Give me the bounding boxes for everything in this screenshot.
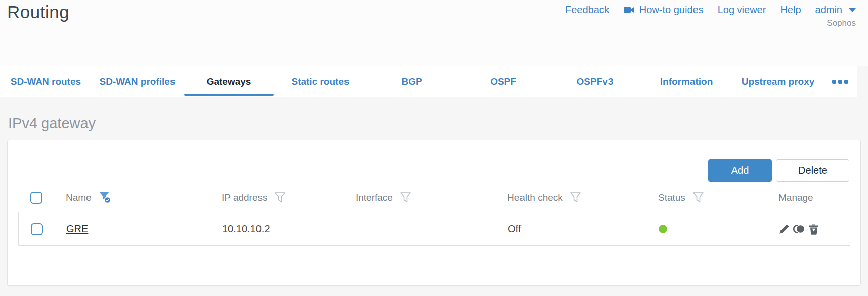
status-up-dot: [659, 225, 667, 233]
toolbar: Add Delete: [708, 159, 849, 182]
help-link[interactable]: Help: [780, 4, 801, 16]
tab-sdwan-routes[interactable]: SD-WAN routes: [0, 66, 92, 97]
select-all-cell: [18, 192, 53, 204]
help-label: Help: [780, 4, 801, 16]
tab-bar: SD-WAN routes SD-WAN profiles Gateways S…: [0, 66, 857, 97]
add-button[interactable]: Add: [708, 159, 772, 182]
top-nav: Feedback How-to guides Log viewer Help a…: [565, 4, 856, 16]
row-select-cell: [19, 223, 54, 235]
filter-icon[interactable]: [570, 192, 581, 203]
table-body: GRE 10.10.10.2 Off: [18, 212, 850, 246]
manage-cell: [766, 224, 850, 235]
tab-information[interactable]: Information: [641, 66, 732, 97]
filter-icon[interactable]: [274, 192, 286, 203]
log-viewer-link[interactable]: Log viewer: [718, 4, 766, 16]
log-viewer-label: Log viewer: [718, 4, 766, 16]
name-cell: GRE: [54, 223, 210, 235]
tab-bgp[interactable]: BGP: [366, 66, 458, 97]
status-cell: [646, 225, 766, 233]
row-checkbox[interactable]: [31, 223, 43, 235]
column-header-name: Name: [53, 191, 209, 204]
section-heading: IPv4 gateway: [8, 115, 96, 132]
column-header-interface: Interface: [343, 192, 495, 203]
manage-icons: [779, 224, 819, 235]
howto-guides-label: How-to guides: [639, 4, 704, 16]
column-label-name: Name: [66, 192, 92, 203]
gateway-name-link[interactable]: GRE: [66, 223, 88, 235]
column-header-manage: Manage: [766, 192, 850, 203]
gateway-panel: Add Delete Name IP address Interface: [7, 140, 861, 286]
user-menu[interactable]: admin: [815, 4, 856, 16]
filter-icon[interactable]: [400, 192, 411, 203]
page-title: Routing: [7, 2, 69, 22]
filter-icon[interactable]: [692, 192, 704, 203]
tab-static-routes[interactable]: Static routes: [275, 66, 366, 97]
table-row: GRE 10.10.10.2 Off: [19, 212, 850, 245]
tab-ospfv3[interactable]: OSPFv3: [549, 66, 641, 97]
delete-icon[interactable]: [809, 224, 819, 235]
tab-gateways[interactable]: Gateways: [183, 66, 275, 97]
tab-upstream-proxy[interactable]: Upstream proxy: [732, 66, 824, 97]
caret-down-icon: [849, 8, 856, 12]
tab-ospf[interactable]: OSPF: [458, 66, 549, 97]
ip-address-cell: 10.10.10.2: [210, 223, 343, 235]
ellipsis-icon: [832, 80, 836, 84]
user-label: admin: [815, 4, 842, 16]
health-check-cell: Off: [495, 223, 646, 235]
ip-address-value: 10.10.10.2: [222, 223, 270, 235]
tab-sdwan-profiles[interactable]: SD-WAN profiles: [92, 66, 183, 97]
clone-icon[interactable]: [793, 224, 805, 234]
column-header-health-check: Health check: [495, 192, 646, 203]
more-tabs-button[interactable]: [824, 66, 857, 97]
feedback-link[interactable]: Feedback: [565, 4, 610, 16]
column-header-ip-address: IP address: [209, 192, 343, 203]
column-label-interface: Interface: [356, 192, 393, 203]
feedback-label: Feedback: [565, 4, 610, 16]
column-label-health-check: Health check: [507, 192, 563, 203]
howto-guides-link[interactable]: How-to guides: [624, 4, 704, 16]
edit-icon[interactable]: [779, 224, 790, 234]
column-label-status: Status: [658, 192, 685, 203]
column-label-ip-address: IP address: [222, 192, 267, 203]
column-header-status: Status: [646, 192, 766, 203]
top-header: Routing Feedback How-to guides Log viewe…: [0, 0, 868, 66]
select-all-checkbox[interactable]: [30, 192, 42, 204]
table-header-row: Name IP address Interface Health check: [18, 183, 850, 212]
filter-active-icon[interactable]: [99, 191, 112, 204]
brand-label: Sophos: [827, 18, 856, 28]
health-check-value: Off: [508, 223, 521, 235]
column-label-manage: Manage: [778, 192, 813, 203]
delete-button[interactable]: Delete: [776, 159, 849, 182]
video-camera-icon: [624, 6, 635, 14]
